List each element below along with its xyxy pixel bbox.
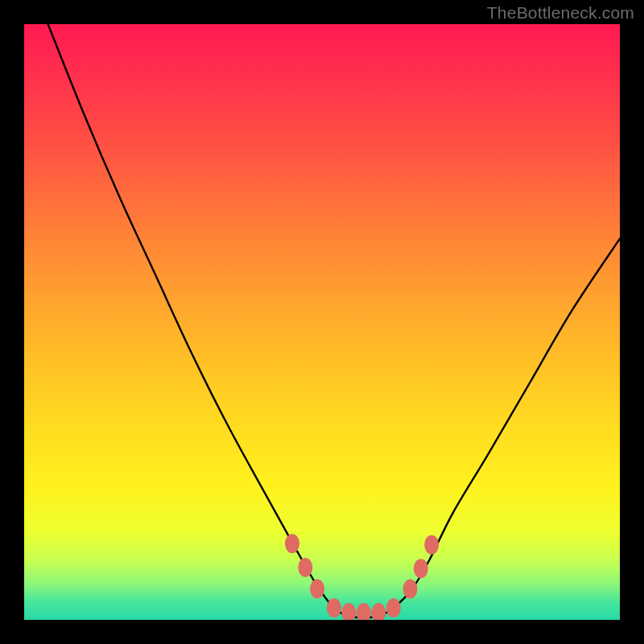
- right-dot-3: [424, 535, 439, 555]
- flat-dot-1: [327, 598, 341, 617]
- flat-dot-5: [386, 598, 401, 617]
- attribution-text: TheBottleneck.com: [487, 3, 634, 23]
- flat-dot-3: [357, 603, 371, 620]
- plot-area: [24, 24, 620, 620]
- right-dot-2: [414, 559, 428, 578]
- left-dot-1: [285, 534, 299, 553]
- marker-group: [285, 534, 439, 620]
- right-dot-1: [403, 580, 418, 599]
- flat-dot-4: [371, 603, 386, 620]
- bottleneck-curve: [48, 24, 620, 617]
- chart-frame: TheBottleneck.com: [0, 0, 644, 644]
- left-dot-2: [298, 558, 312, 577]
- flat-dot-2: [341, 603, 356, 620]
- left-dot-3: [310, 580, 324, 599]
- curve-layer: [24, 24, 620, 620]
